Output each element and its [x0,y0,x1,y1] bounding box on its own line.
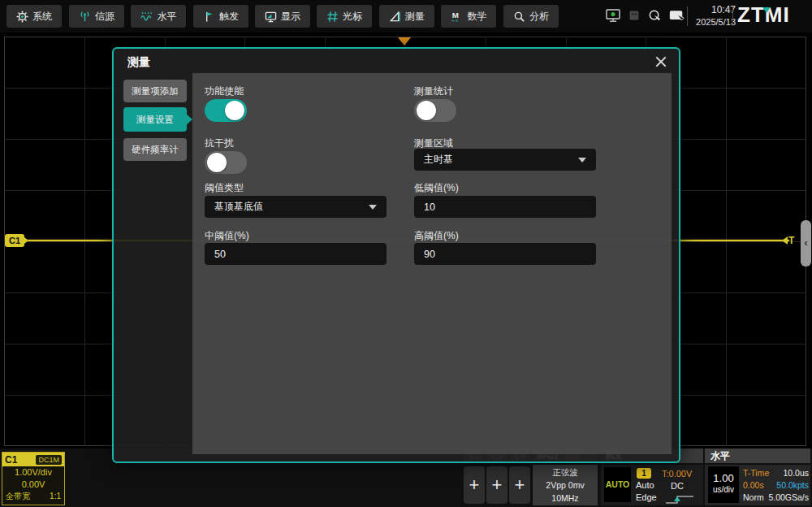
menu-system-label: 系统 [32,10,52,24]
toggle-knob [207,153,227,172]
left-arrow-icon [782,236,788,245]
sample-rate: 5.00GSa/s [768,492,809,505]
menu-source[interactable]: 信源 [69,5,124,28]
horizontal-position: 0.00s [743,480,764,492]
menu-analysis[interactable]: 分析 [503,5,559,28]
anti-interference-toggle[interactable] [205,151,247,174]
add-channel3-button[interactable]: + [486,466,508,504]
horizontal-tab-label: 水平 [710,450,730,462]
logo-triangle-icon [762,7,771,13]
afg1-waveform-type: 正弦波 [533,466,598,479]
menu-math[interactable]: M+-x 数学 [441,5,496,28]
measurement-statistics-toggle[interactable] [414,99,456,122]
antenna-icon [79,11,91,23]
separator [687,6,688,26]
low-threshold-label: 低阈值(%) [414,181,459,195]
brand-logo: ZTMI [737,2,810,28]
high-threshold-label: 高阈值(%) [414,229,459,243]
measure-triangle-icon [389,11,401,23]
channel1-vdiv: 1.00V/div [2,466,64,479]
menu-source-label: 信源 [95,10,114,24]
channel1-bandwidth: 全带宽 [6,491,30,502]
close-icon[interactable] [653,54,669,70]
side-panel-handle[interactable]: ‹ [801,220,811,266]
lan-icon[interactable] [605,7,621,27]
horizontal-panel[interactable]: 1.00 us/div T-Time 10.0us 0.00s 50.0kpts… [705,465,810,505]
mid-threshold-input[interactable] [205,243,387,265]
display-icon [265,11,277,23]
c1-position-marker[interactable]: C1 [5,234,24,247]
measurement-dialog: 测量 测量项添加 测量设置 硬件频率计 功能使能 测量统计 抗干扰 测量区域 主… [112,47,680,463]
afg1-frequency: 10MHz [533,492,598,505]
threshold-type-label: 阈值类型 [205,181,244,195]
menu-system[interactable]: 系统 [6,5,62,28]
measurement-settings-panel: 功能使能 测量统计 抗干扰 测量区域 主时基 阈值类型 基顶基底值 低阈值(%)… [192,73,672,454]
trigger-position-marker[interactable] [398,37,411,46]
flag-icon [203,11,215,23]
time-display: 10:47 [690,4,736,16]
trigger-sweep-mode: Auto [636,480,654,490]
trigger-source-badge: 1 [637,468,651,479]
memory-depth: 50.0kpts [776,480,809,492]
trigger-mode-indicator: AUTO [604,467,631,502]
menu-cursor-label: 光标 [343,10,362,24]
menu-measure[interactable]: 测量 [379,5,434,28]
menu-trigger[interactable]: 触发 [193,5,248,28]
tab-horizontal[interactable]: 水平 [705,448,810,463]
measurement-statistics-label: 测量统计 [414,84,453,98]
measurement-region-dropdown[interactable]: 主时基 [414,149,596,171]
anti-interference-label: 抗干扰 [205,136,234,150]
acquisition-mode: Norm [743,492,764,505]
brand-logo-text: ZTMI [737,2,790,27]
touch-icon[interactable] [647,8,663,27]
measurement-region-value: 主时基 [424,154,453,165]
channel1-name: C1 [5,454,17,466]
sidebar-item-measurement-settings[interactable]: 测量设置 [123,107,187,132]
mid-threshold-label: 中阈值(%) [205,229,249,243]
timebase-scale-box: 1.00 us/div [708,466,739,503]
timebase-scale-value: 1.00 [708,471,739,485]
usb-icon[interactable] [627,8,641,26]
add-channel2-button[interactable]: + [464,466,485,504]
toggle-knob [225,101,244,120]
add-channel4-button[interactable]: + [509,466,530,504]
trigger-level-marker[interactable]: T [782,235,794,246]
trigger-type: Edge [636,492,657,502]
channel1-coupling-badge: DC1M [36,455,62,465]
menu-trigger-label: 触发 [219,10,239,24]
gear-icon [16,11,28,23]
sidebar-item-add-measurement[interactable]: 测量项添加 [123,80,187,102]
t-time-value: 10.0us [783,468,809,480]
clock: 10:47 2025/5/13 [690,4,736,28]
gesture-icon[interactable] [668,8,685,27]
afg1-panel[interactable]: 正弦波 2Vpp 0mv 10MHz [533,465,598,505]
date-display: 2025/5/13 [690,16,736,28]
sine-wave-icon [140,11,153,23]
trigger-panel[interactable]: AUTO 1 Auto Edge T:0.00V DC [601,465,703,505]
menu-display[interactable]: 显示 [255,5,310,28]
menu-math-label: 数学 [468,10,487,24]
cursor-grid-icon [326,11,339,23]
toggle-knob [417,101,436,120]
math-icon: M+-x [451,11,464,23]
trigger-level-label: T [788,235,794,246]
rising-edge-icon [664,493,695,507]
menu-measure-label: 测量 [405,10,425,24]
menu-cursor[interactable]: 光标 [317,5,372,28]
sidebar-item-hardware-counter[interactable]: 硬件频率计 [123,138,187,161]
function-enable-toggle[interactable] [205,99,247,122]
top-menu-bar: 系统 信源 水平 触发 显示 光标 测量 M+-x 数学 分析 10:47 [0,0,812,32]
channel1-panel[interactable]: C1 DC1M 1.00V/div 0.00V 全带宽 1:1 [2,452,65,505]
low-threshold-input[interactable] [414,196,596,218]
dialog-title: 测量 [127,55,150,70]
svg-text:+-x: +-x [451,18,457,23]
threshold-type-dropdown[interactable]: 基顶基底值 [205,196,387,218]
t-time-label: T-Time [743,468,769,480]
chevron-down-icon [578,158,586,162]
menu-horizontal[interactable]: 水平 [131,5,186,28]
high-threshold-input[interactable] [414,243,596,265]
afg1-amplitude: 2Vpp 0mv [533,479,598,492]
function-enable-label: 功能使能 [205,84,244,98]
chevron-down-icon [369,205,377,210]
threshold-type-value: 基顶基底值 [214,201,263,212]
